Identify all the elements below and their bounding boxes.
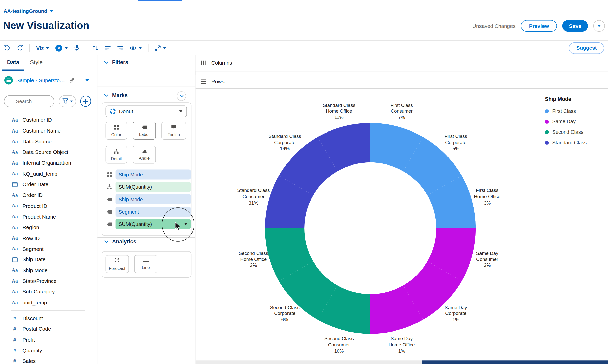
color-mark-button[interactable]: Color bbox=[106, 122, 127, 140]
columns-shelf[interactable]: Columns bbox=[196, 55, 608, 72]
field-filter-button[interactable] bbox=[59, 95, 76, 107]
eye-icon bbox=[130, 46, 137, 50]
swap-axes-button[interactable] bbox=[92, 45, 99, 51]
field-item-state-province[interactable]: AaState/Province bbox=[0, 276, 97, 287]
field-label: Ship Mode bbox=[22, 268, 47, 273]
field-label: Sales bbox=[22, 358, 36, 364]
legend-item-first-class[interactable]: First Class bbox=[545, 106, 587, 116]
slice-label-second-class-home-office: Second ClassHome Office3% bbox=[239, 250, 268, 269]
scrollbar-thumb[interactable] bbox=[422, 360, 608, 364]
group-button[interactable] bbox=[117, 45, 123, 51]
field-item-ship-mode[interactable]: AaShip Mode bbox=[0, 265, 97, 276]
donut-chart-icon bbox=[110, 108, 116, 114]
legend-item-same-day[interactable]: Same Day bbox=[545, 116, 587, 127]
save-button[interactable]: Save bbox=[562, 20, 588, 32]
pill-sum-quantity[interactable]: SUM(Quantity) bbox=[116, 219, 191, 229]
save-options-button[interactable] bbox=[593, 20, 605, 32]
hierarchy-icon bbox=[114, 148, 119, 155]
field-item-segment[interactable]: AaSegment bbox=[0, 244, 97, 254]
dataset-icon bbox=[4, 76, 13, 85]
pill-row: Ship Mode bbox=[102, 170, 191, 180]
mark-type-select[interactable]: Donut bbox=[106, 106, 187, 117]
toolbar-separator bbox=[148, 44, 149, 52]
field-item-kq-uuid-temp[interactable]: AaKQ_uuid_temp bbox=[0, 169, 97, 179]
field-item-internal-organization[interactable]: AaInternal Organization bbox=[0, 158, 97, 169]
suggest-button[interactable]: Suggest bbox=[569, 42, 604, 54]
line-button[interactable]: Line bbox=[134, 255, 157, 273]
angle-icon bbox=[142, 149, 147, 154]
dataset-selector[interactable]: Sample - Superstore ... bbox=[4, 74, 89, 87]
field-item-data-source[interactable]: AaData Source bbox=[0, 136, 97, 147]
field-label: Product Name bbox=[22, 214, 56, 220]
filters-section-header[interactable]: Filters bbox=[104, 59, 128, 65]
marks-section-header[interactable]: Marks bbox=[104, 92, 128, 98]
sidebar-tabs: Data Style bbox=[0, 55, 97, 71]
tab-style[interactable]: Style bbox=[25, 55, 48, 71]
field-label: Sub-Category bbox=[22, 289, 55, 295]
field-item-quantity[interactable]: #Quantity bbox=[0, 345, 97, 356]
breadcrumb[interactable]: AA-testingGround bbox=[4, 8, 53, 14]
preview-button[interactable]: Preview bbox=[521, 20, 557, 32]
field-item-product-id[interactable]: AaProduct ID bbox=[0, 201, 97, 211]
chevron-down-icon bbox=[104, 94, 108, 97]
pill-ship-mode[interactable]: Ship Mode bbox=[116, 194, 191, 204]
field-item-sales[interactable]: #Sales bbox=[0, 356, 97, 364]
field-item-row-id[interactable]: AaRow ID bbox=[0, 233, 97, 244]
expand-icon bbox=[155, 45, 161, 51]
field-item-uuid-temp[interactable]: Aauuid_temp bbox=[0, 297, 97, 308]
add-field-button[interactable] bbox=[80, 95, 91, 107]
undo-button[interactable] bbox=[4, 45, 10, 51]
clear-viz-button[interactable]: × bbox=[55, 44, 68, 51]
number-field-icon: # bbox=[11, 358, 19, 364]
search-input[interactable] bbox=[4, 95, 54, 107]
field-item-postal-code[interactable]: #Postal Code bbox=[0, 324, 97, 335]
field-item-discount[interactable]: #Discount bbox=[0, 313, 97, 324]
rows-shelf[interactable]: Rows bbox=[196, 75, 608, 89]
marks-label: Marks bbox=[112, 92, 128, 98]
show-hide-button[interactable] bbox=[130, 46, 142, 50]
field-item-region[interactable]: AaRegion bbox=[0, 222, 97, 233]
filters-label: Filters bbox=[112, 59, 129, 65]
app-window: AA-testingGround New Visualization Unsav… bbox=[0, 0, 608, 364]
expand-view-button[interactable] bbox=[155, 45, 166, 51]
text-field-icon: Aa bbox=[11, 117, 19, 123]
field-item-order-id[interactable]: AaOrder ID bbox=[0, 190, 97, 201]
viz-menu-button[interactable]: Viz bbox=[36, 45, 49, 51]
field-item-customer-name[interactable]: AaCustomer Name bbox=[0, 125, 97, 136]
marks-collapse-button[interactable] bbox=[177, 91, 186, 101]
detail-mark-button[interactable]: Detail bbox=[106, 146, 127, 164]
field-item-product-name[interactable]: AaProduct Name bbox=[0, 211, 97, 222]
legend-item-second-class[interactable]: Second Class bbox=[545, 127, 587, 137]
pill-segment[interactable]: Segment bbox=[116, 207, 191, 217]
field-item-data-source-object[interactable]: AaData Source Object bbox=[0, 147, 97, 158]
section-divider bbox=[97, 86, 195, 87]
breadcrumb-label[interactable]: AA-testingGround bbox=[4, 8, 47, 14]
pill-sum-quantity[interactable]: SUM(Quantity) bbox=[116, 182, 191, 192]
field-item-order-date[interactable]: Order Date bbox=[0, 179, 97, 190]
field-item-sub-category[interactable]: AaSub-Category bbox=[0, 286, 97, 297]
tab-data[interactable]: Data bbox=[2, 55, 24, 71]
voice-input-button[interactable] bbox=[74, 44, 80, 51]
toolbar-separator bbox=[29, 44, 30, 52]
label-mark-button[interactable]: Label bbox=[133, 122, 156, 140]
text-field-icon: Aa bbox=[11, 246, 19, 252]
analytics-section-header[interactable]: Analytics bbox=[104, 238, 136, 245]
redo-icon bbox=[17, 45, 23, 51]
slice-label-first-class-corporate: First ClassCorporate5% bbox=[445, 134, 467, 152]
legend-item-standard-class[interactable]: Standard Class bbox=[545, 137, 587, 148]
field-item-profit[interactable]: #Profit bbox=[0, 335, 97, 345]
scrollbar-track[interactable] bbox=[196, 360, 422, 364]
chevron-down-icon[interactable] bbox=[184, 223, 188, 225]
field-item-customer-id[interactable]: AaCustomer ID bbox=[0, 115, 97, 126]
angle-mark-button[interactable]: Angle bbox=[133, 146, 156, 164]
columns-label: Columns bbox=[211, 60, 232, 66]
field-item-ship-date[interactable]: Ship Date bbox=[0, 254, 97, 265]
dataset-name[interactable]: Sample - Superstore ... bbox=[16, 77, 66, 83]
redo-button[interactable] bbox=[17, 45, 23, 51]
tooltip-mark-button[interactable]: Tooltip bbox=[161, 122, 186, 140]
pill-ship-mode[interactable]: Ship Mode bbox=[116, 170, 191, 180]
chevron-down-icon bbox=[70, 100, 73, 102]
forecast-button[interactable]: Forecast bbox=[106, 255, 129, 273]
text-field-icon: Aa bbox=[11, 149, 19, 155]
sort-button[interactable] bbox=[105, 45, 111, 51]
